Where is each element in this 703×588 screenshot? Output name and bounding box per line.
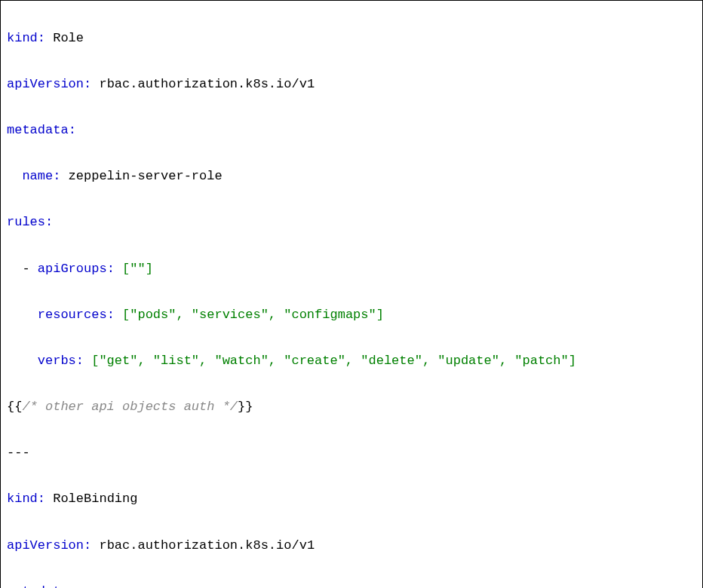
code-line: verbs: ["get", "list", "watch", "create"…	[7, 350, 696, 373]
yaml-key: resources	[38, 308, 107, 322]
yaml-key: kind	[7, 492, 38, 506]
code-line: kind: Role	[7, 27, 696, 51]
yaml-value: zeppelin-server-role	[69, 169, 223, 183]
yaml-separator: ---	[7, 446, 30, 460]
comment-text: /* other api objects auth */	[22, 400, 238, 414]
yaml-key: apiGroups	[38, 262, 107, 276]
yaml-value: ["get", "list", "watch", "create", "dele…	[91, 354, 576, 368]
yaml-key: name	[22, 169, 53, 183]
yaml-value: [""]	[122, 262, 153, 276]
code-line: apiVersion: rbac.authorization.k8s.io/v1	[7, 534, 696, 558]
yaml-key: metadata	[7, 584, 69, 588]
code-line: ---	[7, 442, 696, 465]
code-line: - apiGroups: [""]	[7, 258, 696, 281]
yaml-value: RoleBinding	[53, 492, 137, 506]
yaml-key: rules	[7, 215, 45, 229]
code-line: metadata:	[7, 119, 696, 142]
yaml-value: ["pods", "services", "configmaps"]	[122, 308, 384, 322]
yaml-key: metadata	[7, 123, 69, 137]
code-line: {{/* other api objects auth */}}	[7, 396, 696, 419]
yaml-value: rbac.authorization.k8s.io/v1	[99, 77, 315, 91]
yaml-value: Role	[53, 31, 84, 45]
template-close: }}	[238, 400, 253, 414]
code-line: kind: RoleBinding	[7, 488, 696, 511]
yaml-key: kind	[7, 31, 38, 45]
code-line: name: zeppelin-server-role	[7, 165, 696, 188]
code-line: metadata:	[7, 580, 696, 588]
code-line: apiVersion: rbac.authorization.k8s.io/v1	[7, 73, 696, 96]
yaml-key: verbs	[38, 354, 76, 368]
template-open: {{	[7, 400, 22, 414]
code-line: resources: ["pods", "services", "configm…	[7, 304, 696, 327]
yaml-key: apiVersion	[7, 77, 84, 91]
yaml-value: rbac.authorization.k8s.io/v1	[99, 538, 315, 553]
yaml-key: apiVersion	[7, 538, 84, 553]
yaml-code-block: kind: Role apiVersion: rbac.authorizatio…	[0, 0, 703, 588]
code-line: rules:	[7, 211, 696, 234]
